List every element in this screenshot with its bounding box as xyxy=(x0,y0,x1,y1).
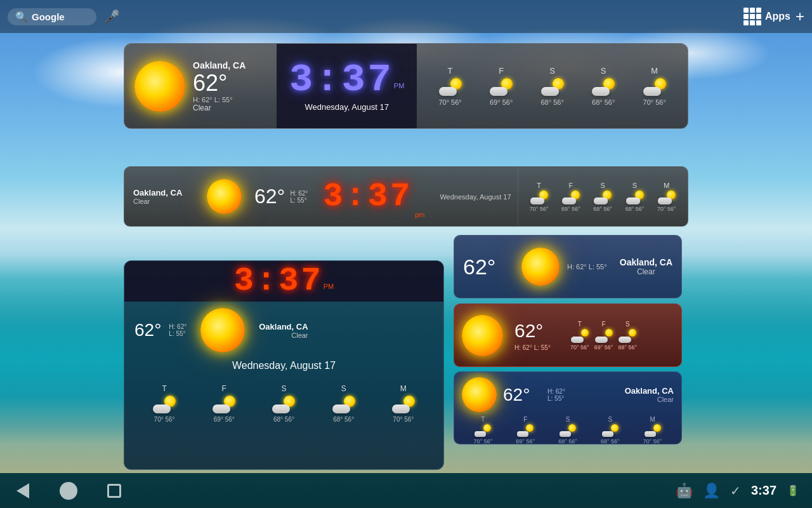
topbar: 🔍 Google 🎤 Apps + xyxy=(0,0,812,33)
widget2-sun xyxy=(200,167,248,226)
widget3-ampm: PM xyxy=(324,283,334,290)
widget2-clock: 3:37 pm xyxy=(314,167,433,226)
w2-icon-4 xyxy=(626,190,644,204)
widget1-city: Oakland, CA xyxy=(193,60,246,70)
w6-icon-2 xyxy=(517,424,534,437)
forecast-icon-5 xyxy=(643,78,666,96)
widget3-date: Wednesday, August 17 xyxy=(134,358,433,374)
forecast-icon-4 xyxy=(592,78,615,96)
forecast-day-3-label: S xyxy=(549,66,555,76)
widget4-sun-icon xyxy=(521,248,560,286)
forecast-day-1-label: T xyxy=(448,66,453,76)
forecast-day-2-temps: 69° 56° xyxy=(490,98,513,106)
forecast-day-3: S 68° 56° xyxy=(540,66,563,106)
back-arrow-icon xyxy=(16,483,29,498)
w5-fday-1: T 70° 56° xyxy=(570,321,589,351)
widget6-hi-lo: H: 62° L: 55° xyxy=(547,388,565,402)
w2-fday-5: M 70° 56° xyxy=(657,182,676,212)
w6-fday-4: S 68° 56° xyxy=(601,416,620,444)
forecast-day-3-temps: 68° 56° xyxy=(540,98,563,106)
widget1-condition: Clear xyxy=(193,104,246,112)
w5-icon-1 xyxy=(571,329,589,343)
weather-widget-small-top-right: 62° H: 62° L: 55° Oakland, CA Clear xyxy=(454,235,682,298)
widget4-city: Oakland, CA xyxy=(620,257,672,267)
status-time: 3:37 xyxy=(751,483,776,498)
add-widget-button[interactable]: + xyxy=(796,8,804,25)
widget2-time: 3:37 xyxy=(323,180,412,213)
w6-fday-2: F 69° 56° xyxy=(516,416,535,444)
home-button[interactable] xyxy=(58,481,79,501)
w3-fday-2: F 69° 56° xyxy=(213,384,235,423)
w2-fday-1: T 70° 56° xyxy=(530,182,549,212)
forecast-icon-3 xyxy=(541,78,564,96)
widget3-condition: Clear xyxy=(259,331,308,339)
w3-icon-1 xyxy=(153,396,176,413)
forecast-day-5-temps: 70° 56° xyxy=(643,98,666,106)
w3-icon-2 xyxy=(213,396,235,413)
w5-fday-2: F 69° 56° xyxy=(594,321,613,351)
widget3-forecast: T 70° 56° F 69° 56° S 68° 56° xyxy=(134,379,433,428)
forecast-day-2-label: F xyxy=(499,66,504,76)
w5-fday-3: S 68° 56° xyxy=(618,321,637,351)
w3-icon-5 xyxy=(392,396,415,413)
checkmark-icon: ✓ xyxy=(730,483,741,498)
android-icon: 🤖 xyxy=(676,483,693,499)
widget1-hi: H: 62° xyxy=(193,96,213,104)
w5-icon-3 xyxy=(619,329,636,343)
forecast-day-5-label: M xyxy=(651,66,658,76)
w6-icon-5 xyxy=(645,424,661,437)
forecast-icon-1 xyxy=(439,78,462,96)
widget1-left: Oakland, CA 62° H: 62° L: 55° Clear xyxy=(124,44,277,128)
widget2-sun-icon xyxy=(207,179,242,214)
widget2-hi-lo: H: 62° L: 55° xyxy=(290,190,308,204)
back-button[interactable] xyxy=(13,481,33,501)
w3-icon-4 xyxy=(332,396,355,413)
forecast-day-5: M 70° 56° xyxy=(643,66,666,106)
widget1-forecast: T 70° 56° F 69° 56° S 68° 56° S 68° xyxy=(417,44,688,128)
w6-fday-1: T 70° 56° xyxy=(474,416,493,444)
widget2-hi: H: 62° xyxy=(290,190,308,197)
widget6-forecast: T 70° 56° F 69° 56° S 68° 56° S xyxy=(462,416,674,444)
widget1-temp-info: Oakland, CA 62° H: 62° L: 55° Clear xyxy=(193,60,246,112)
apps-label: Apps xyxy=(765,11,790,22)
recents-button[interactable] xyxy=(104,481,124,501)
widget3-body: 62° H: 62° L: 55° Oakland, CA Clear Wedn… xyxy=(124,302,443,434)
microphone-icon[interactable]: 🎤 xyxy=(104,9,120,24)
widget3-top-row: 62° H: 62° L: 55° Oakland, CA Clear xyxy=(134,308,433,352)
widget5-forecast: T 70° 56° F 69° 56° S 68° 56° xyxy=(570,321,637,351)
widget1-date: Wednesday, August 17 xyxy=(304,102,389,112)
w6-fday-5: M 70° 56° xyxy=(643,416,662,444)
w2-icon-3 xyxy=(594,190,612,204)
w3-fday-3: S 68° 56° xyxy=(272,384,295,423)
apps-button[interactable]: Apps xyxy=(743,8,790,25)
nav-left xyxy=(13,481,124,501)
google-search-bar[interactable]: 🔍 Google xyxy=(8,8,96,25)
widget6-temperature: 62° xyxy=(503,385,541,405)
home-icon xyxy=(60,482,77,500)
widget3-city: Oakland, CA xyxy=(259,322,308,331)
widget1-time: 3:37 xyxy=(289,60,394,100)
apps-grid-icon xyxy=(743,8,761,25)
widget1-ampm: PM xyxy=(394,82,405,90)
widget4-temperature: 62° xyxy=(463,255,514,279)
w2-fday-4: S 68° 56° xyxy=(625,182,645,212)
widget3-clock-display: 3:37 PM xyxy=(234,265,334,298)
widget2-city: Oakland, CA xyxy=(133,188,192,197)
forecast-day-1-temps: 70° 56° xyxy=(438,98,461,106)
widget1-clock: 3:37 PM Wednesday, August 17 xyxy=(277,44,417,128)
w3-fday-5: M 70° 56° xyxy=(392,384,415,423)
w6-icon-3 xyxy=(560,424,576,437)
recents-icon xyxy=(107,484,121,498)
widget2-ampm: pm xyxy=(415,211,424,218)
weather-widget-medium: Oakland, CA Clear 62° H: 62° L: 55° 3:37… xyxy=(124,166,688,227)
google-label: Google xyxy=(32,11,65,22)
widget3-sun-icon xyxy=(200,308,245,352)
weather-widget-large-bottom-left: 3:37 PM 62° H: 62° L: 55° Oakland, CA Cl… xyxy=(124,260,444,470)
widget1-clock-display: 3:37 PM xyxy=(289,60,404,100)
widget6-condition: Clear xyxy=(625,396,674,403)
topbar-right: Apps + xyxy=(743,8,804,25)
w2-fday-2: F 69° 56° xyxy=(561,182,580,212)
widget3-time: 3:37 xyxy=(234,265,324,298)
weather-widget-red-right: 62° H: 62° L: 55° T 70° 56° F 69° 56° S xyxy=(454,304,682,367)
widget2-left: Oakland, CA Clear xyxy=(124,167,200,226)
